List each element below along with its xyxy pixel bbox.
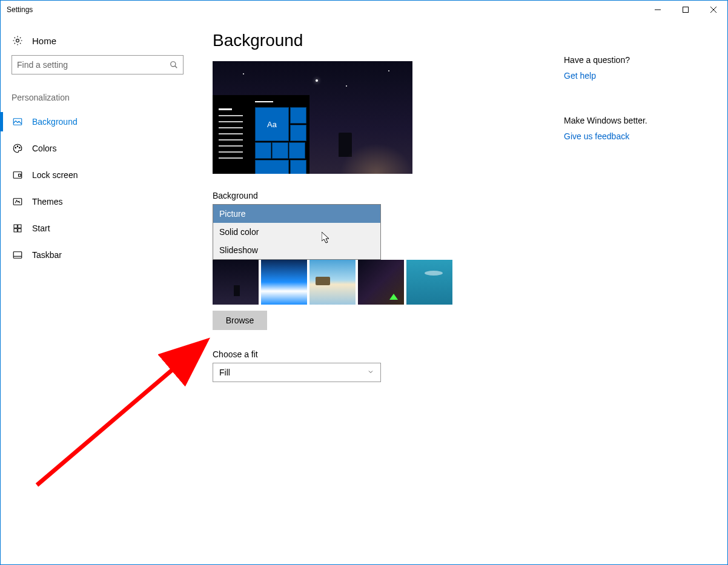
window-title: Settings: [7, 5, 644, 14]
search-input[interactable]: [12, 56, 165, 74]
background-field-label: Background: [213, 191, 709, 200]
fit-dropdown[interactable]: Fill: [213, 363, 381, 382]
fit-selected-value: Fill: [219, 368, 230, 377]
sidebar-item-lockscreen[interactable]: Lock screen: [1, 162, 194, 188]
chevron-down-icon: [367, 368, 374, 377]
titlebar: Settings: [1, 1, 727, 19]
svg-rect-16: [14, 229, 17, 232]
sidebar-item-start[interactable]: Start: [1, 215, 194, 242]
lockscreen-icon: [12, 169, 24, 181]
feedback-prompt: Make Windows better.: [564, 116, 691, 125]
sidebar: Home Personalization Background Colors: [1, 19, 194, 564]
themes-icon: [12, 196, 24, 208]
svg-rect-18: [13, 252, 22, 259]
svg-rect-1: [683, 7, 689, 13]
svg-rect-12: [19, 174, 21, 177]
maximize-button[interactable]: [672, 1, 700, 19]
search-icon: [165, 61, 183, 69]
close-button[interactable]: [700, 1, 727, 19]
sidebar-item-label: Start: [32, 223, 50, 233]
svg-line-6: [175, 66, 177, 68]
sidebar-item-label: Themes: [32, 197, 63, 207]
window-controls: [644, 1, 727, 19]
svg-rect-17: [18, 229, 21, 232]
home-nav[interactable]: Home: [1, 31, 194, 55]
sidebar-item-label: Lock screen: [32, 170, 78, 180]
sidebar-item-label: Background: [32, 117, 78, 127]
feedback-link[interactable]: Give us feedback: [564, 131, 691, 141]
main-content: Background Aa: [194, 19, 727, 564]
picture-thumb[interactable]: [261, 260, 307, 305]
desktop-preview: Aa: [213, 61, 412, 174]
background-dropdown[interactable]: Picture Solid color Slideshow: [213, 204, 381, 260]
picture-thumbnails: [213, 260, 709, 305]
sidebar-item-themes[interactable]: Themes: [1, 188, 194, 215]
taskbar-icon: [12, 249, 24, 261]
sidebar-item-label: Taskbar: [32, 250, 62, 260]
picture-thumb[interactable]: [406, 260, 452, 305]
picture-icon: [12, 116, 24, 128]
picture-thumb[interactable]: [309, 260, 356, 305]
dropdown-option-picture[interactable]: Picture: [213, 205, 380, 223]
page-title: Background: [213, 31, 709, 50]
sidebar-item-colors[interactable]: Colors: [1, 135, 194, 162]
home-label: Home: [32, 36, 56, 46]
get-help-link[interactable]: Get help: [564, 71, 691, 81]
start-icon: [12, 222, 24, 234]
svg-point-8: [15, 147, 16, 148]
svg-rect-14: [14, 225, 17, 228]
svg-point-9: [17, 146, 18, 147]
svg-point-5: [171, 62, 176, 67]
sidebar-item-taskbar[interactable]: Taskbar: [1, 242, 194, 268]
picture-thumb[interactable]: [358, 260, 404, 305]
dropdown-option-slideshow[interactable]: Slideshow: [213, 241, 380, 259]
section-label: Personalization: [1, 74, 194, 108]
svg-point-10: [19, 147, 21, 148]
question-text: Have a question?: [564, 55, 691, 65]
browse-button[interactable]: Browse: [213, 311, 267, 330]
palette-icon: [12, 142, 24, 154]
minimize-button[interactable]: [644, 1, 672, 19]
home-icon: [12, 35, 24, 47]
dropdown-option-solid-color[interactable]: Solid color: [213, 223, 380, 241]
sidebar-item-background[interactable]: Background: [1, 108, 194, 135]
svg-rect-15: [18, 225, 21, 228]
preview-tile-text: Aa: [267, 120, 277, 129]
svg-point-4: [16, 39, 19, 42]
picture-thumb[interactable]: [213, 260, 259, 305]
sidebar-item-label: Colors: [32, 144, 56, 153]
search-box[interactable]: [12, 55, 184, 74]
help-rail: Have a question? Get help Make Windows b…: [564, 55, 691, 141]
fit-field-label: Choose a fit: [213, 349, 709, 359]
